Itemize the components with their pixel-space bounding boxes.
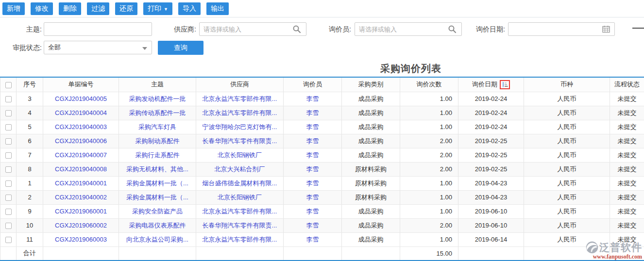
inquirer-label: 询价员: bbox=[318, 22, 351, 36]
cell-doc-no[interactable]: CGXJ2019040002 bbox=[43, 190, 119, 204]
calendar-icon[interactable] bbox=[602, 25, 610, 33]
cell-inquirer[interactable]: 李雪 bbox=[284, 204, 342, 218]
inquirer-input[interactable] bbox=[355, 22, 462, 36]
cell-inquirer[interactable]: 李雪 bbox=[284, 106, 342, 120]
cell-subject[interactable]: 采购无机材料、其他... bbox=[119, 162, 196, 176]
header-supplier: 供应商 bbox=[196, 77, 284, 92]
print-button[interactable]: 打印 ▼ bbox=[143, 2, 172, 15]
row-checkbox[interactable] bbox=[5, 166, 12, 173]
row-checkbox[interactable] bbox=[5, 110, 12, 116]
row-checkbox[interactable] bbox=[5, 237, 12, 243]
cell-doc-no[interactable]: CGXJ2019040003 bbox=[43, 120, 119, 134]
cell-supplier[interactable]: 北京永益汽车零部件有限... bbox=[196, 106, 284, 120]
cell-doc-no[interactable]: CGXJ2019040008 bbox=[43, 162, 119, 176]
header-status: 流程状态 bbox=[610, 77, 644, 92]
cell-supplier[interactable]: 宁波华翔哈尔巴克灯饰有... bbox=[196, 120, 284, 134]
table-row: 5 CGXJ2019040003 采购汽车灯具 宁波华翔哈尔巴克灯饰有... 李… bbox=[0, 120, 644, 134]
table-row: 8 CGXJ2019040008 采购无机材料、其他... 北京大兴粘合剂厂 李… bbox=[0, 162, 644, 176]
sort-highlight-box[interactable] bbox=[500, 80, 510, 89]
row-checkbox[interactable] bbox=[5, 138, 12, 145]
cell-subject[interactable]: 采购发动机配件一批 bbox=[119, 92, 196, 106]
cell-category: 成品采购 bbox=[342, 218, 400, 232]
row-checkbox[interactable] bbox=[5, 124, 12, 130]
cell-subject[interactable]: 向北京永益公司采购... bbox=[119, 232, 196, 246]
cell-subject[interactable]: 采购金属材料一批（... bbox=[119, 190, 196, 204]
cell-status: 未提交 bbox=[610, 190, 644, 204]
query-button[interactable]: 查询 bbox=[158, 41, 203, 55]
row-checkbox[interactable] bbox=[5, 223, 12, 229]
row-checkbox[interactable] bbox=[5, 152, 12, 159]
edit-button[interactable]: 修改 bbox=[31, 2, 53, 15]
cell-category: 成品采购 bbox=[342, 120, 400, 134]
cell-supplier[interactable]: 北京长阳钢铁厂 bbox=[196, 148, 284, 162]
import-button[interactable]: 导入 bbox=[178, 2, 201, 15]
cell-doc-no[interactable]: CGXJ2019060003 bbox=[43, 232, 119, 246]
subject-input[interactable] bbox=[44, 22, 152, 36]
cell-date: 2019-02-24 bbox=[458, 120, 524, 134]
select-all-checkbox[interactable] bbox=[5, 82, 12, 88]
row-checkbox[interactable] bbox=[5, 96, 12, 102]
cell-inquirer[interactable]: 李雪 bbox=[284, 148, 342, 162]
cell-inquirer[interactable]: 李雪 bbox=[284, 120, 342, 134]
cell-inquirer[interactable]: 李雪 bbox=[284, 176, 342, 190]
cell-inquirer[interactable]: 李雪 bbox=[284, 92, 342, 106]
cell-category: 原材料采购 bbox=[342, 190, 400, 204]
restore-button[interactable]: 还原 bbox=[115, 2, 137, 15]
inquiry-table: 序号 单据编号 主题 供应商 询价员 采购类别 询价次数 询价日期 币种 流程状… bbox=[0, 77, 644, 261]
cell-supplier[interactable]: 北京永益汽车零部件有限... bbox=[196, 92, 284, 106]
search-icon[interactable] bbox=[292, 25, 301, 33]
cell-supplier[interactable]: 长春华翔汽车零件有限责... bbox=[196, 218, 284, 232]
cell-subject[interactable]: 采购金属材料一批（... bbox=[119, 176, 196, 190]
cell-category: 原材料采购 bbox=[342, 162, 400, 176]
cell-seq: 5 bbox=[17, 120, 43, 134]
cell-supplier[interactable]: 烟台盛伟德金属材料有限... bbox=[196, 176, 284, 190]
cell-inquirer[interactable]: 李雪 bbox=[284, 232, 342, 246]
delete-button[interactable]: 删除 bbox=[59, 2, 81, 15]
table-row: 1 CGXJ2019040001 采购金属材料一批（... 烟台盛伟德金属材料有… bbox=[0, 176, 644, 190]
approval-status-select[interactable]: 全部 bbox=[44, 41, 152, 54]
row-checkbox-cell bbox=[0, 106, 17, 120]
cell-count: 2.00 bbox=[400, 134, 458, 148]
cell-doc-no[interactable]: CGXJ2019040001 bbox=[43, 176, 119, 190]
search-icon[interactable] bbox=[448, 25, 457, 33]
supplier-input[interactable] bbox=[199, 22, 306, 36]
cell-subject[interactable]: 采购行走系配件 bbox=[119, 148, 196, 162]
cell-doc-no[interactable]: CGXJ2019040007 bbox=[43, 148, 119, 162]
cell-supplier[interactable]: 长春华翔汽车零件有限责... bbox=[196, 134, 284, 148]
cell-subject[interactable]: 采购电器仪表系配件 bbox=[119, 218, 196, 232]
cell-doc-no[interactable]: CGXJ2019060002 bbox=[43, 218, 119, 232]
cell-subject[interactable]: 采购传动系配件一批 bbox=[119, 106, 196, 120]
row-checkbox[interactable] bbox=[5, 195, 12, 201]
row-checkbox-cell bbox=[0, 204, 17, 218]
export-button[interactable]: 输出 bbox=[206, 2, 229, 15]
cell-doc-no[interactable]: CGXJ2019040004 bbox=[43, 106, 119, 120]
cell-doc-no[interactable]: CGXJ2019060001 bbox=[43, 204, 119, 218]
cell-supplier[interactable]: 北京永益汽车零部件有限... bbox=[196, 204, 284, 218]
cell-supplier[interactable]: 北京永益汽车零部件有限... bbox=[196, 232, 284, 246]
cell-inquirer[interactable]: 李雪 bbox=[284, 218, 342, 232]
footer-total-count: 15.00 bbox=[400, 246, 458, 261]
filter-button[interactable]: 过滤 bbox=[87, 2, 109, 15]
cell-count: 1.00 bbox=[400, 120, 458, 134]
cell-supplier[interactable]: 北京大兴粘合剂厂 bbox=[196, 162, 284, 176]
cell-supplier[interactable]: 北京长阳钢铁厂 bbox=[196, 190, 284, 204]
cell-inquirer[interactable]: 李雪 bbox=[284, 162, 342, 176]
row-checkbox-cell bbox=[0, 120, 17, 134]
add-button[interactable]: 新增 bbox=[2, 2, 25, 15]
cell-subject[interactable]: 采购安全防盗产品 bbox=[119, 204, 196, 218]
row-checkbox[interactable] bbox=[5, 180, 12, 187]
cell-doc-no[interactable]: CGXJ2019040005 bbox=[43, 92, 119, 106]
cell-category: 原材料采购 bbox=[342, 176, 400, 190]
cell-currency: 人民币 bbox=[524, 176, 610, 190]
cell-currency: 人民币 bbox=[524, 162, 610, 176]
cell-category: 成品采购 bbox=[342, 106, 400, 120]
cell-subject[interactable]: 采购汽车灯具 bbox=[119, 120, 196, 134]
cell-subject[interactable]: 采购制动系配件 bbox=[119, 134, 196, 148]
cell-status: 未提交 bbox=[610, 134, 644, 148]
print-button-label: 打印 bbox=[148, 4, 161, 13]
inquiry-date-input[interactable] bbox=[508, 22, 615, 36]
row-checkbox[interactable] bbox=[5, 209, 12, 215]
cell-doc-no[interactable]: CGXJ2019040006 bbox=[43, 134, 119, 148]
cell-inquirer[interactable]: 李雪 bbox=[284, 190, 342, 204]
cell-inquirer[interactable]: 李雪 bbox=[284, 134, 342, 148]
